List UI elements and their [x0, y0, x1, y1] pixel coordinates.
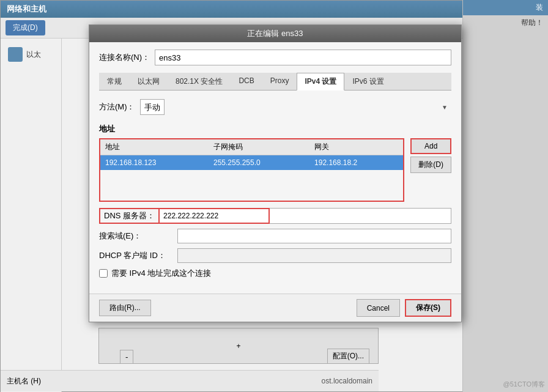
tab-ipv6[interactable]: IPv6 设置 — [344, 73, 391, 90]
sidebar-item-label: 以太 — [26, 50, 41, 60]
tab-ipv4[interactable]: IPv4 设置 — [297, 73, 344, 91]
dhcp-label: DHCP 客户端 ID： — [99, 250, 172, 261]
table-row[interactable]: 192.168.18.123 255.255.255.0 192.168.18.… — [100, 155, 403, 171]
route-button[interactable]: 路由(R)... — [99, 300, 151, 316]
col-address: 地址 — [100, 139, 209, 155]
bg-sidebar: 以太 — [1, 39, 62, 392]
tab-802-1x[interactable]: 802.1X 安全性 — [168, 73, 231, 90]
tab-ethernet[interactable]: 以太网 — [130, 73, 168, 90]
tab-proxy[interactable]: Proxy — [262, 73, 297, 90]
delete-address-button[interactable]: 删除(D) — [410, 157, 451, 173]
configure-button[interactable]: 配置(O)... — [327, 349, 369, 364]
search-label: 搜索域(E)： — [99, 231, 172, 242]
dns-input-extra[interactable] — [270, 208, 451, 224]
tab-general[interactable]: 常规 — [99, 73, 130, 90]
install-label: 装 — [463, 0, 548, 15]
method-label: 方法(M)： — [99, 102, 135, 113]
bg-title: 网络和主机 — [7, 4, 46, 15]
search-row: 搜索域(E)： — [99, 229, 451, 243]
footer-right-buttons: Cancel 保存(S) — [357, 299, 451, 317]
dns-label: DNS 服务器： — [99, 208, 160, 224]
address-section: 地址 子网掩码 网关 192.168.18.123 255.255.255.0 … — [99, 138, 451, 202]
dialog-footer: 路由(R)... Cancel 保存(S) — [89, 294, 461, 322]
cell-address: 192.168.18.123 — [100, 155, 209, 171]
address-side-buttons: Add 删除(D) — [410, 138, 451, 202]
col-subnet: 子网掩码 — [209, 139, 309, 155]
address-table-container: 地址 子网掩码 网关 192.168.18.123 255.255.255.0 … — [99, 138, 404, 202]
method-select-wrapper: 手动 — [140, 99, 452, 115]
dhcp-input[interactable] — [177, 248, 451, 263]
checkbox-label: 需要 IPv4 地址完成这个连接 — [111, 268, 211, 279]
checkbox-row: 需要 IPv4 地址完成这个连接 — [99, 268, 451, 279]
remove-network-button[interactable]: - — [120, 350, 133, 364]
address-section-title: 地址 — [99, 124, 451, 135]
connection-name-label: 连接名称(N)： — [99, 52, 150, 63]
dialog-title: 正在编辑 ens33 — [247, 28, 303, 39]
watermark: @51CTO博客 — [503, 380, 545, 389]
bg-titlebar: 网络和主机 — [1, 1, 464, 18]
hostname-value: ost.localdomain — [322, 377, 372, 385]
dhcp-row: DHCP 客户端 ID： — [99, 248, 451, 263]
cell-subnet: 255.255.255.0 — [209, 155, 309, 171]
method-select[interactable]: 手动 — [140, 99, 165, 115]
complete-button[interactable]: 完成(D) — [6, 20, 45, 35]
save-button[interactable]: 保存(S) — [405, 299, 451, 317]
right-panel: 装 帮助！ — [462, 0, 548, 392]
dialog-titlebar: 正在编辑 ens33 — [89, 25, 461, 42]
dns-input[interactable] — [160, 208, 270, 224]
sidebar-item-network: 以太 — [6, 43, 56, 65]
address-table: 地址 子网掩码 网关 192.168.18.123 255.255.255.0 … — [100, 139, 403, 201]
add-address-button[interactable]: Add — [410, 138, 451, 154]
hostname-label: 主机名 (H) — [7, 376, 41, 386]
cancel-button[interactable]: Cancel — [357, 299, 400, 317]
edit-connection-dialog: 正在编辑 ens33 连接名称(N)： 常规 以太网 802.1X 安全性 DC… — [89, 24, 462, 322]
dialog-body: 连接名称(N)： 常规 以太网 802.1X 安全性 DCB Proxy IPv… — [89, 42, 461, 294]
ipv4-required-checkbox[interactable] — [99, 269, 108, 278]
method-row: 方法(M)： 手动 — [99, 99, 451, 115]
tab-dcb[interactable]: DCB — [231, 73, 262, 90]
bottom-bar: 主机名 (H) ost.localdomain — [1, 370, 379, 391]
connection-name-input[interactable] — [155, 50, 451, 65]
help-label: 帮助！ — [463, 15, 548, 31]
network-icon — [8, 47, 23, 62]
connection-name-row: 连接名称(N)： — [99, 50, 451, 65]
col-gateway: 网关 — [309, 139, 403, 155]
dns-row: DNS 服务器： — [99, 208, 451, 224]
cell-gateway: 192.168.18.2 — [309, 155, 403, 171]
tab-bar: 常规 以太网 802.1X 安全性 DCB Proxy IPv4 设置 IPv6… — [99, 73, 451, 91]
search-input[interactable] — [177, 229, 451, 243]
